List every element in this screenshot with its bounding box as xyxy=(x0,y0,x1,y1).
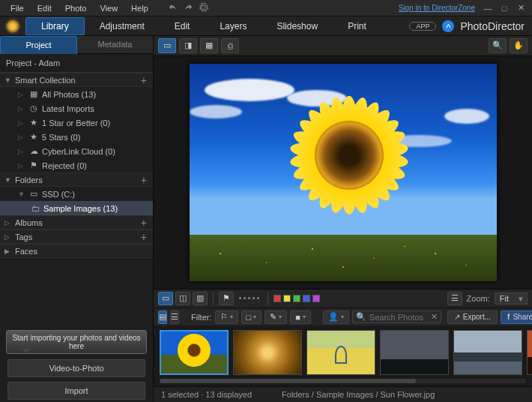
color-swatch[interactable] xyxy=(293,295,300,302)
thumbnail[interactable] xyxy=(306,330,375,375)
layout-1-icon[interactable]: ▭ xyxy=(158,292,173,305)
add-icon[interactable]: + xyxy=(141,174,148,186)
tree-smart-collection[interactable]: ▼Smart Collection+ xyxy=(0,73,153,87)
status-selection: 1 selected · 13 displayed xyxy=(161,390,252,399)
undo-icon[interactable] xyxy=(168,2,178,14)
maximize-icon[interactable]: □ xyxy=(498,3,511,14)
pan-icon[interactable]: ✋ xyxy=(510,38,528,53)
add-icon[interactable]: + xyxy=(141,231,148,243)
thumb-small-icon[interactable]: ▤ xyxy=(158,310,167,324)
tab-slideshow[interactable]: Slideshow xyxy=(262,18,333,34)
rating-dots[interactable] xyxy=(236,297,262,299)
tree-faces[interactable]: ▶Faces xyxy=(0,244,153,258)
add-icon[interactable]: + xyxy=(141,74,148,86)
tree-5stars[interactable]: ▷★5 Stars (0) xyxy=(0,130,153,144)
zoom-select[interactable]: Fit xyxy=(495,292,528,304)
preview-image xyxy=(190,64,497,281)
color-swatch[interactable] xyxy=(303,295,310,302)
tab-edit[interactable]: Edit xyxy=(160,18,205,34)
tab-library[interactable]: Library xyxy=(25,17,85,35)
search-input[interactable] xyxy=(369,313,428,322)
filter-rating[interactable]: ✎▾ xyxy=(265,310,287,324)
titlebar: File Edit Photo View Help Sign in to Dir… xyxy=(0,0,532,16)
star-icon: ★ xyxy=(28,118,39,128)
thumbnail-scrollbar[interactable] xyxy=(154,379,532,386)
menu-edit[interactable]: Edit xyxy=(31,2,58,14)
video-to-photo-button[interactable]: Video-to-Photo xyxy=(7,359,145,377)
app-pill[interactable]: APP xyxy=(409,22,436,31)
facebook-icon: f xyxy=(507,313,510,321)
minimize-icon[interactable]: — xyxy=(481,3,495,14)
tree-sample-images[interactable]: 🗀Sample Images (13) xyxy=(0,201,153,215)
thumbnail[interactable] xyxy=(453,330,522,375)
redo-icon[interactable] xyxy=(183,2,193,14)
thumbnail[interactable] xyxy=(380,330,449,375)
thumbnail[interactable] xyxy=(160,330,229,375)
single-view-icon[interactable]: ▭ xyxy=(158,38,176,53)
preview-area[interactable] xyxy=(154,56,532,289)
import-tooltip: Start importing your photos and videos h… xyxy=(6,330,147,354)
filter-label-color[interactable]: □▾ xyxy=(241,310,262,324)
share-button[interactable]: fShare...▾ xyxy=(501,310,532,324)
tab-layers[interactable]: Layers xyxy=(205,18,262,34)
secondary-display-icon[interactable]: ⎙ xyxy=(221,38,239,53)
tab-adjustment[interactable]: Adjustment xyxy=(85,18,160,34)
color-swatch[interactable] xyxy=(283,295,291,302)
main-tabs: Library Adjustment Edit Layers Slideshow… xyxy=(0,16,532,36)
compare-view-icon[interactable]: ◨ xyxy=(179,38,197,53)
filter-fill[interactable]: ■▾ xyxy=(290,310,311,324)
sidebar: Project Metadata Project - Adam ▼Smart C… xyxy=(0,36,154,402)
tree-folders[interactable]: ▼Folders+ xyxy=(0,172,153,187)
signin-link[interactable]: Sign in to DirectorZone xyxy=(399,4,475,12)
import-button[interactable]: Import xyxy=(7,382,145,400)
menu-photo[interactable]: Photo xyxy=(59,2,93,14)
stack-icon: ▦ xyxy=(28,89,39,99)
star-icon: ★ xyxy=(28,132,39,142)
side-tab-metadata[interactable]: Metadata xyxy=(77,36,153,54)
thumbnail-strip xyxy=(154,326,532,379)
export-button[interactable]: ↗Export... xyxy=(447,310,498,324)
filter-flag[interactable]: ⚐▾ xyxy=(215,310,238,324)
menu-view[interactable]: View xyxy=(94,2,124,14)
add-icon[interactable]: + xyxy=(141,217,148,229)
tree-rejected[interactable]: ▷⚑Rejected (0) xyxy=(0,158,153,172)
view-toolbar: ▭ ◨ ▦ ⎙ 🔍 ✋ xyxy=(154,36,532,56)
tree-1star[interactable]: ▷★1 Star or Better (0) xyxy=(0,116,153,130)
tree-albums[interactable]: ▷Albums+ xyxy=(0,215,153,230)
cloud-icon: ☁ xyxy=(28,146,39,156)
menu-file[interactable]: File xyxy=(4,2,30,14)
thumbnail[interactable] xyxy=(527,330,532,375)
tree-drive[interactable]: ▼▭SSD (C:) xyxy=(0,187,153,201)
color-swatch[interactable] xyxy=(273,295,281,302)
main-area: ▭ ◨ ▦ ⎙ 🔍 ✋ ▭ xyxy=(154,36,532,402)
side-tab-project[interactable]: Project xyxy=(0,36,77,54)
flag-toggle-icon[interactable]: ⚑ xyxy=(219,292,234,305)
app-logo-icon xyxy=(4,18,21,34)
layout-3-icon[interactable]: ▥ xyxy=(193,292,208,305)
clear-search-icon[interactable]: ✕ xyxy=(431,312,438,322)
search-icon[interactable]: 🔍 xyxy=(489,38,507,53)
filter-people[interactable]: 👤▾ xyxy=(323,310,349,324)
sort-icon[interactable]: ☰ xyxy=(447,292,462,305)
layout-2-icon[interactable]: ◫ xyxy=(175,292,190,305)
thumb-list-icon[interactable]: ☰ xyxy=(170,310,179,324)
color-swatch[interactable] xyxy=(312,295,320,302)
tree-all-photos[interactable]: ▷▦All Photos (13) xyxy=(0,87,153,101)
flag-icon: ⚑ xyxy=(28,160,39,170)
tree-tags[interactable]: ▷Tags+ xyxy=(0,230,153,244)
brand-name: PhotoDirector xyxy=(460,20,525,32)
tree-latest-imports[interactable]: ▷◷Latest Imports xyxy=(0,101,153,116)
close-icon[interactable]: ✕ xyxy=(514,3,528,14)
view-options-bar: ▭ ◫ ▥ ⚑ ☰ Zoom: Fit xyxy=(154,289,532,308)
tree-cloud[interactable]: ▷☁CyberLink Cloud (0) xyxy=(0,144,153,158)
status-path: Folders / Sample Images / Sun Flower.jpg xyxy=(282,390,435,399)
thumbnail[interactable] xyxy=(233,330,302,375)
menu-help[interactable]: Help xyxy=(125,2,154,14)
folder-icon: 🗀 xyxy=(30,204,40,213)
settings-icon[interactable] xyxy=(198,2,208,14)
grid-view-icon[interactable]: ▦ xyxy=(200,38,218,53)
project-tree: ▼Smart Collection+ ▷▦All Photos (13) ▷◷L… xyxy=(0,73,153,327)
tab-print[interactable]: Print xyxy=(333,18,381,34)
filter-bar: ▤ ☰ Filter: ⚐▾ □▾ ✎▾ ■▾ 👤▾ 🔍 ✕ ↗Export..… xyxy=(154,308,532,326)
search-box[interactable]: 🔍 ✕ xyxy=(352,310,441,323)
